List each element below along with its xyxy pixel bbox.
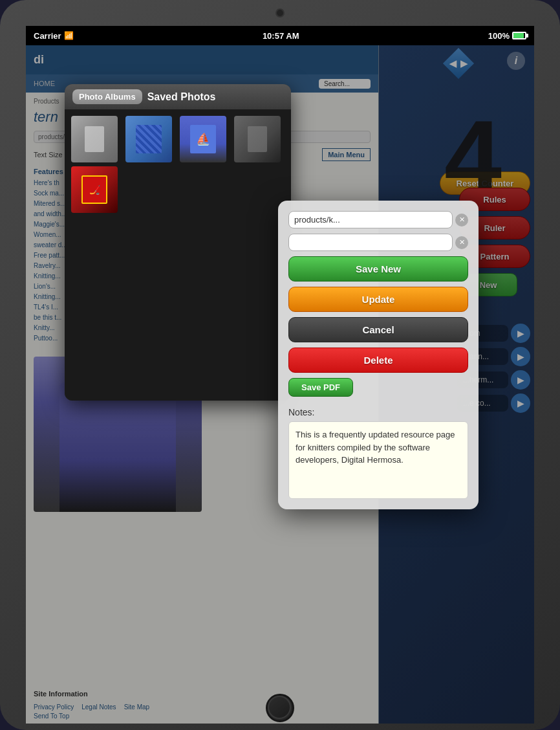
wifi-icon: 📶 xyxy=(64,31,74,40)
notes-area[interactable]: This is a frequently updated resource pa… xyxy=(288,421,468,499)
notes-label: Notes: xyxy=(288,407,468,417)
save-dialog: ✕ ✕ Save New Update Cancel Delete Save P… xyxy=(278,201,479,509)
photo-thumb-2[interactable] xyxy=(125,116,172,162)
photo-albums-body xyxy=(65,219,291,401)
status-time: 10:57 AM xyxy=(263,31,299,41)
photo-thumb-3[interactable]: ⛵ xyxy=(180,116,226,162)
camera-icon xyxy=(275,8,285,17)
url-input[interactable] xyxy=(288,211,453,228)
photo-thumb-5[interactable]: 🏒 xyxy=(71,166,118,213)
photo-thumb-4[interactable] xyxy=(234,116,281,162)
photo-albums-title: Saved Photos xyxy=(147,91,216,103)
input-clear-1[interactable]: ✕ xyxy=(455,214,468,227)
photo-albums-popup: Photo Albums Saved Photos xyxy=(65,84,291,401)
photo-albums-back-button[interactable]: Photo Albums xyxy=(72,89,142,104)
name-input[interactable] xyxy=(288,234,453,251)
ipad-frame: Carrier 📶 10:57 AM 100% di HOME Search..… xyxy=(0,0,560,730)
battery-label: 100% xyxy=(488,31,510,41)
notes-text: This is a frequently updated resource pa… xyxy=(296,430,455,465)
delete-button[interactable]: Delete xyxy=(288,348,468,373)
battery-icon xyxy=(512,32,526,39)
status-left: Carrier 📶 xyxy=(34,31,74,41)
dialog-input-row-1: ✕ xyxy=(288,211,468,228)
dialog-input-row-2: ✕ xyxy=(288,234,468,251)
cancel-button[interactable]: Cancel xyxy=(288,317,468,342)
ipad-top-bar xyxy=(0,0,560,26)
photo-thumb-1[interactable] xyxy=(71,116,118,162)
carrier-label: Carrier xyxy=(34,31,61,41)
save-pdf-button[interactable]: Save PDF xyxy=(288,378,353,397)
photo-albums-header: Photo Albums Saved Photos xyxy=(65,84,291,109)
photo-grid: ⛵ 🏒 xyxy=(65,109,291,219)
save-new-button[interactable]: Save New xyxy=(288,256,468,282)
status-bar: Carrier 📶 10:57 AM 100% xyxy=(26,26,534,45)
status-right: 100% xyxy=(488,31,526,41)
screen: di HOME Search... Products tern products… xyxy=(26,45,534,724)
update-button[interactable]: Update xyxy=(288,287,468,312)
input-clear-2[interactable]: ✕ xyxy=(455,236,468,249)
